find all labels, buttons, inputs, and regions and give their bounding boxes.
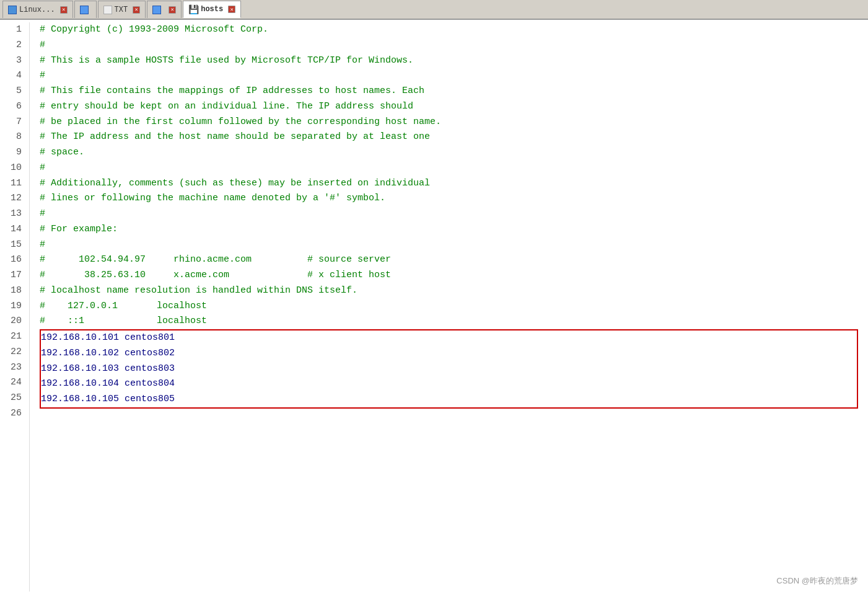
- line-number-26: 26: [10, 406, 22, 422]
- code-line-2: #: [40, 38, 858, 53]
- code-line-12: # lines or following the machine name de…: [40, 191, 858, 206]
- tab-hosts[interactable]: 💾 hosts ✕: [183, 1, 241, 18]
- line-number-2: 2: [10, 38, 22, 53]
- line-number-20: 20: [10, 314, 22, 329]
- tab5-icon: 💾: [188, 4, 198, 14]
- tab5-label: hosts: [201, 5, 223, 14]
- line-number-6: 6: [10, 99, 22, 115]
- line-number-25: 25: [10, 391, 22, 406]
- code-line-15: #: [40, 237, 858, 253]
- code-line-16: # 102.54.94.97 rhino.acme.com # source s…: [40, 252, 858, 268]
- code-line-7: # be placed in the first column followed…: [40, 115, 858, 130]
- line-number-1: 1: [10, 22, 22, 38]
- code-line-19: # localhost name resolution is handled w…: [40, 283, 858, 299]
- line-number-8: 8: [10, 130, 22, 145]
- tab2-icon: [80, 6, 89, 14]
- line-number-5: 5: [10, 84, 22, 99]
- tab-linux[interactable]: Linux... ✕: [2, 1, 73, 18]
- code-line-24: 192.168.10.103 centos803: [41, 361, 857, 377]
- line-number-18: 18: [10, 283, 22, 299]
- code-line-17: # 38.25.63.10 x.acme.com # x client host: [40, 268, 858, 283]
- line-numbers: 1234567891011121314151617181920212223242…: [0, 22, 30, 592]
- code-line-6: # entry should be kept on an individual …: [40, 99, 858, 115]
- code-line-14: # For example:: [40, 222, 858, 237]
- tab3-close[interactable]: ✕: [133, 6, 140, 14]
- code-line-5: # This file contains the mappings of IP …: [40, 84, 858, 99]
- watermark: CSDN @昨夜的荒唐梦: [776, 575, 858, 587]
- line-number-10: 10: [10, 161, 22, 176]
- code-line-4: #: [40, 68, 858, 84]
- tab1-label: Linux...: [19, 6, 55, 14]
- tab4-icon: [152, 6, 161, 14]
- code-line-1: # Copyright (c) 1993-2009 Microsoft Corp…: [40, 22, 858, 38]
- tab-txt[interactable]: TXT ✕: [98, 1, 146, 18]
- editor-area: 1234567891011121314151617181920212223242…: [0, 20, 868, 594]
- line-number-16: 16: [10, 252, 22, 268]
- line-number-15: 15: [10, 237, 22, 253]
- line-number-21: 21: [10, 329, 22, 345]
- highlighted-block: 192.168.10.101 centos801192.168.10.102 c…: [40, 329, 858, 409]
- code-container: 1234567891011121314151617181920212223242…: [0, 20, 868, 594]
- tab5-close[interactable]: ✕: [228, 6, 235, 13]
- code-content[interactable]: # Copyright (c) 1993-2009 Microsoft Corp…: [30, 22, 868, 592]
- tab4[interactable]: ✕: [147, 1, 182, 18]
- line-number-12: 12: [10, 191, 22, 206]
- line-number-17: 17: [10, 268, 22, 283]
- line-number-9: 9: [10, 145, 22, 161]
- code-line-3: # This is a sample HOSTS file used by Mi…: [40, 53, 858, 69]
- line-number-22: 22: [10, 345, 22, 360]
- line-number-23: 23: [10, 360, 22, 376]
- tab-bar: Linux... ✕ TXT ✕ ✕ 💾 hosts ✕: [0, 0, 868, 20]
- code-line-23: 192.168.10.102 centos802: [41, 346, 857, 361]
- code-line-21: # ::1 localhost: [40, 314, 858, 329]
- tab1-close[interactable]: ✕: [60, 6, 68, 14]
- code-line-8: # The IP address and the host name shoul…: [40, 130, 858, 145]
- line-number-7: 7: [10, 115, 22, 130]
- code-line-22: 192.168.10.101 centos801: [41, 330, 857, 346]
- tab3-icon: [103, 6, 112, 14]
- line-number-14: 14: [10, 222, 22, 237]
- code-line-10: #: [40, 161, 858, 176]
- line-number-3: 3: [10, 53, 22, 69]
- line-number-24: 24: [10, 375, 22, 391]
- code-line-25: 192.168.10.104 centos804: [41, 376, 857, 392]
- code-line-26: 192.168.10.105 centos805: [41, 392, 857, 407]
- code-line-11: # Additionally, comments (such as these)…: [40, 176, 858, 192]
- tab4-close[interactable]: ✕: [169, 6, 176, 14]
- line-number-11: 11: [10, 176, 22, 192]
- line-number-4: 4: [10, 68, 22, 84]
- tab3-label: TXT: [115, 6, 128, 14]
- tab2[interactable]: [74, 1, 97, 18]
- line-number-19: 19: [10, 299, 22, 314]
- line-number-13: 13: [10, 206, 22, 222]
- code-line-9: # space.: [40, 145, 858, 161]
- code-line-13: #: [40, 206, 858, 222]
- code-line-20: # 127.0.0.1 localhost: [40, 299, 858, 314]
- tab1-icon: [8, 6, 17, 14]
